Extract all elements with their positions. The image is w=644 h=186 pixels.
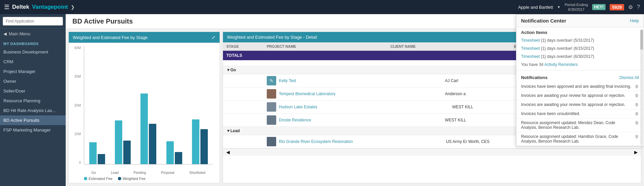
legend-estimated: Estimated Fee — [84, 177, 112, 181]
project-icon — [267, 115, 276, 125]
sidebar: ◀ Main Menu MY DASHBOARDS Business Devel… — [0, 14, 66, 186]
action-item-timesheet-3: Timesheet {1} days overdue! (6/30/2017) — [516, 52, 644, 61]
bar-lead-estimated — [115, 120, 122, 164]
my-dashboards-label: MY DASHBOARDS — [0, 39, 66, 47]
project-name[interactable]: Rio Grande River Ecosystem Restoration — [279, 139, 446, 144]
sidebar-item-crm[interactable]: CRM — [0, 57, 66, 67]
gear-icon[interactable]: ⚙ — [628, 4, 633, 10]
project-icon — [267, 102, 276, 112]
chart-title: Weighted and Estimated Fee by Stage — [73, 35, 148, 40]
bar-lead-weighted — [123, 141, 131, 164]
expand-icon[interactable]: ⤢ — [212, 35, 216, 40]
hey-button[interactable]: HEY! — [592, 4, 606, 10]
y-label-10m: 10M — [74, 132, 81, 136]
main-menu-label: Main Menu — [9, 31, 30, 36]
col-stage: STAGE — [226, 44, 267, 48]
sidebar-item-owner[interactable]: Owner — [0, 76, 66, 86]
bar-pending-weighted — [149, 124, 156, 164]
bar-go-weighted — [98, 154, 105, 164]
notif-body-item-4: Invoices have been unsubmitted. 🗑 — [516, 109, 644, 118]
help-icon[interactable]: ? — [637, 4, 640, 10]
notif-divider — [516, 70, 644, 70]
dismiss-all-button[interactable]: Dismiss All — [619, 75, 639, 80]
bar-group-shortlisted — [192, 119, 208, 164]
nav-right: Apple and Bartlett ▼ Period Ending 6/30/… — [518, 2, 640, 12]
bar-shortlisted-weighted — [200, 129, 208, 164]
project-name[interactable]: Kelly Test — [279, 78, 445, 83]
main-menu-button[interactable]: ◀ Main Menu — [0, 28, 66, 39]
notif-body-item-5: Resource assignment updated: Mendez Dean… — [516, 118, 644, 132]
bar-proposal-weighted — [175, 152, 182, 164]
notif-body-item-1: Invoices have been approved and are awai… — [516, 82, 644, 91]
timesheet-text-3: {1} days overdue! (6/30/2017) — [540, 54, 594, 59]
timesheet-link-3[interactable]: Timesheet — [521, 54, 540, 59]
notif-body-item-3: Invoices are awaiting your review for ap… — [516, 100, 644, 109]
x-label-go: Go — [91, 171, 96, 175]
project-name[interactable]: Hudson Lake Estates — [279, 105, 452, 109]
notification-badge[interactable]: 5929 — [610, 4, 624, 10]
detail-table-title: Weighted and Estimated Fee by Stage - De… — [227, 35, 317, 40]
sidebar-item-bd-active-pursuits[interactable]: BD Active Pursuits — [0, 115, 66, 125]
bar-shortlisted-estimated — [192, 119, 199, 164]
sidebar-item-project-manager[interactable]: Project Manager — [0, 67, 66, 76]
scroll-left-icon[interactable]: ◀ — [226, 150, 230, 155]
activity-reminders-row: You have 34 Activity Reminders — [516, 61, 644, 69]
top-nav: ☰ Deltek Vantagepoint ❯ Apple and Bartle… — [0, 0, 644, 14]
sidebar-item-bd-hit-rate[interactable]: BD Hit Rate Analysis Las... — [0, 106, 66, 115]
sidebar-item-fsp-marketing[interactable]: FSP Marketing Manager — [0, 125, 66, 135]
chevron-right-icon: ❯ — [71, 4, 75, 10]
y-label-0: 0 — [79, 161, 81, 164]
search-input[interactable] — [3, 17, 63, 26]
project-name[interactable]: Tempest Biomedical Laboratory — [279, 91, 445, 96]
x-label-shortlisted: Shortlisted — [189, 171, 205, 175]
period-ending[interactable]: Period Ending 6/30/2017 — [565, 2, 588, 12]
chart-legend: Estimated Fee Weighted Fee — [72, 175, 216, 181]
scrollbar-thumb[interactable] — [640, 30, 643, 50]
scroll-right-icon[interactable]: ▶ — [634, 150, 638, 155]
y-label-20m: 20M — [74, 104, 81, 107]
brand-vp: Vantagepoint — [32, 4, 68, 10]
delete-notif-4[interactable]: 🗑 — [635, 111, 639, 116]
action-item-timesheet-1: Timesheet {1} days overdue! (5/31/2017) — [516, 36, 644, 44]
y-axis-labels: 40M 30M 20M 10M 0 — [72, 46, 82, 164]
notification-title: Notification Center — [521, 18, 566, 24]
activity-reminders-link[interactable]: Activity Reminders — [544, 62, 578, 67]
project-name[interactable]: Droste Residence — [279, 118, 445, 122]
timesheet-link-2[interactable]: Timesheet — [521, 46, 540, 51]
left-arrow-icon: ◀ — [3, 31, 7, 36]
hamburger-icon[interactable]: ☰ — [4, 3, 9, 11]
notifications-label: Notifications — [521, 74, 548, 81]
chart-panel-header: Weighted and Estimated Fee by Stage ⤢ — [69, 32, 220, 43]
project-icon — [267, 137, 276, 146]
delete-notif-3[interactable]: 🗑 — [635, 102, 639, 107]
action-items-label: Action Items — [516, 27, 644, 36]
legend-weighted-label: Weighted Fee — [123, 177, 146, 181]
nav-left: ☰ Deltek Vantagepoint ❯ — [4, 3, 75, 11]
sidebar-item-seller-doer[interactable]: Seller/Doer — [0, 86, 66, 96]
reminders-text: You have 34 Activity Reminders — [521, 62, 578, 67]
delete-notif-2[interactable]: 🗑 — [635, 93, 639, 98]
y-label-30m: 30M — [74, 75, 81, 78]
delete-notif-1[interactable]: 🗑 — [635, 84, 639, 89]
legend-estimated-dot — [84, 177, 87, 180]
bar-pending-estimated — [140, 94, 148, 164]
notif-text-3: Invoices are awaiting your review for ap… — [521, 102, 625, 107]
timesheet-text-1: {1} days overdue! (5/31/2017) — [540, 38, 594, 43]
delete-notif-5[interactable]: 🗑 — [635, 120, 639, 125]
notification-help-link[interactable]: Help — [630, 18, 639, 23]
sidebar-item-resource-planning[interactable]: Resource Planning — [0, 96, 66, 106]
bar-go-estimated — [89, 142, 97, 164]
sidebar-item-business-development[interactable]: Business Development — [0, 47, 66, 57]
notifications-section-header: Notifications Dismiss All — [516, 72, 644, 82]
timesheet-text-2: {1} days overdue! (6/15/2017) — [540, 46, 594, 51]
bar-group-pending — [140, 94, 156, 164]
notif-text-6: Resource assignment updated: Hamilton Gr… — [521, 134, 632, 144]
x-label-lead: Lead — [111, 171, 119, 175]
company-name[interactable]: Apple and Bartlett — [518, 5, 553, 10]
delete-notif-6[interactable]: 🗑 — [635, 134, 639, 139]
brand-deltek: Deltek — [12, 4, 29, 10]
legend-weighted-dot — [118, 177, 121, 180]
notification-panel: Notification Center Help Action Items Ti… — [516, 14, 644, 146]
x-label-pending: Pending — [134, 171, 146, 175]
timesheet-link-1[interactable]: Timesheet — [521, 38, 540, 43]
